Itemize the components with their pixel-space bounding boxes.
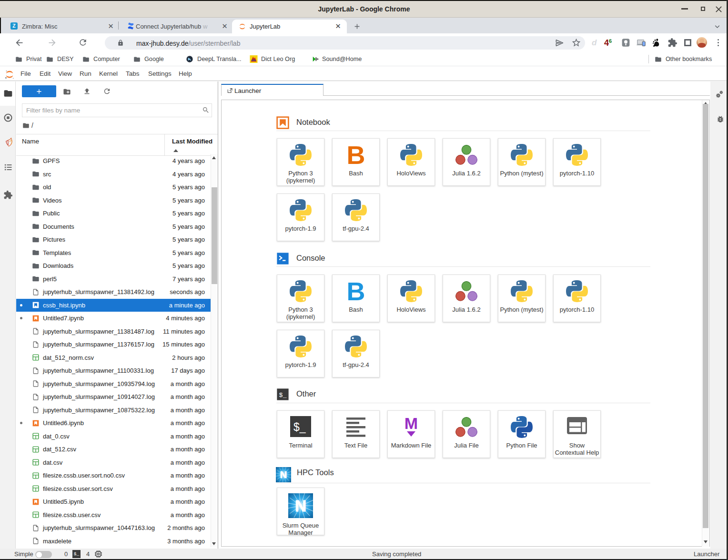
- svg-text:$_: $_: [293, 421, 306, 433]
- svg-text:$_: $_: [279, 392, 287, 399]
- svg-text:N: N: [280, 469, 287, 480]
- svg-text:M: M: [404, 416, 418, 432]
- svg-text:Z: Z: [12, 23, 16, 29]
- svg-text:N: N: [295, 497, 306, 515]
